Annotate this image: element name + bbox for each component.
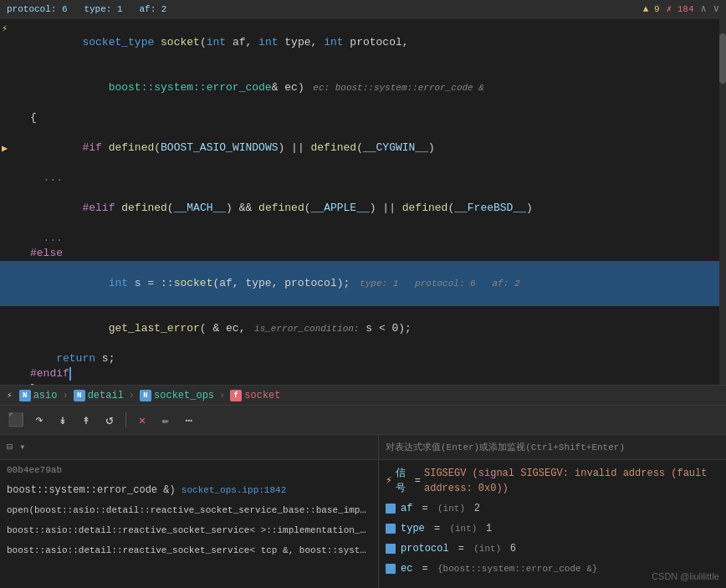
code-line: boost::system::error_code& ec) ec: boost… — [0, 65, 726, 110]
var-equals: = — [416, 561, 434, 576]
toolbar-separator — [125, 412, 126, 427]
call-stack-list: 00b4ee79ab boost::system::error_code &) … — [0, 460, 378, 588]
more-icon: ⋯ — [186, 413, 192, 427]
code-line: return s; — [0, 351, 726, 366]
var-type: (int) — [473, 541, 507, 556]
code-line: { — [0, 110, 726, 125]
code-editor: protocol: 6 type: 1 af: 2 ▲ 9 ✗ 184 ∧ ∨ … — [0, 0, 726, 385]
step-over-button[interactable]: ↷ — [30, 411, 49, 429]
stack-address: 00b4ee79ab — [7, 465, 62, 475]
var-type: {boost::system::error_code &} — [437, 561, 597, 576]
call-stack-header: ⊟ ▾ — [0, 435, 378, 460]
step-out-icon: ↟ — [82, 412, 90, 428]
var-name: 信号 — [396, 466, 412, 496]
step-over-icon: ↷ — [35, 412, 43, 428]
code-line: #endif — [0, 366, 726, 381]
function-params: protocol: 6 type: 1 af: 2 — [7, 4, 166, 14]
stop-button[interactable]: ⬛ — [7, 411, 25, 429]
disconnect-button[interactable]: ✕ — [133, 411, 151, 429]
var-icon — [386, 544, 396, 554]
var-name: ec — [401, 561, 412, 576]
dropdown-arrow[interactable]: ▾ — [19, 441, 25, 453]
stack-file: socket_ops.ipp:1842 — [182, 485, 286, 495]
breadcrumb-item-asio[interactable]: N asio — [19, 390, 58, 401]
edit-icon: ✏ — [162, 413, 169, 427]
breadcrumb-separator: › — [62, 390, 68, 401]
code-line: #if defined(BOOST_ASIO_WINDOWS) || defin… — [0, 125, 726, 171]
var-type: (int) — [437, 501, 471, 516]
more-button[interactable]: ⋯ — [180, 411, 198, 429]
breadcrumb-item-socket[interactable]: f socket — [230, 390, 280, 401]
gutter-icon: ⚡ — [7, 390, 13, 401]
var-equals: = — [416, 501, 434, 516]
bottom-panel: ⊟ ▾ 00b4ee79ab boost::system::error_code… — [0, 435, 726, 588]
breadcrumb-item-detail[interactable]: N detail — [74, 390, 124, 401]
variable-item-af: af = (int) 2 — [379, 499, 726, 519]
file-icon: f — [230, 390, 242, 401]
scrollbar-thumb[interactable] — [719, 33, 726, 84]
stack-label: boost::asio::detail::reactive_socket_ser… — [7, 545, 378, 556]
code-header: protocol: 6 type: 1 af: 2 ▲ 9 ✗ 184 ∧ ∨ — [0, 0, 726, 18]
step-out-button[interactable]: ↟ — [77, 411, 95, 429]
code-line: ... — [0, 231, 726, 246]
restart-icon: ↺ — [105, 412, 114, 428]
var-value: SIGSEGV (signal SIGSEGV: invalid address… — [424, 466, 719, 496]
code-line: ... — [0, 171, 726, 186]
variables-header: 对表达式求值(Enter)或添加监视(Ctrl+Shift+Enter) — [379, 435, 726, 460]
disconnect-icon: ✕ — [139, 413, 146, 427]
variable-item-protocol: protocol = (int) 6 — [379, 539, 726, 559]
code-line: socket_type socket(int af, int type, int… — [0, 20, 726, 65]
var-equals: = — [428, 521, 447, 536]
breadcrumb-item-socket-ops[interactable]: N socket_ops — [140, 390, 214, 401]
collapse-icon[interactable]: ∨ — [713, 3, 719, 15]
var-icon — [386, 564, 396, 574]
var-value: 6 — [510, 541, 516, 556]
stack-item[interactable]: boost::system::error_code &) socket_ops.… — [0, 480, 378, 500]
variables-list: ⚡ 信号 = SIGSEGV (signal SIGSEGV: invalid … — [379, 460, 726, 582]
var-value: 2 — [474, 501, 480, 516]
debug-toolbar: ⬛ ↷ ↡ ↟ ↺ ✕ ✏ ⋯ — [0, 405, 726, 435]
stop-icon: ⬛ — [8, 412, 24, 428]
restart-button[interactable]: ↺ — [100, 411, 119, 429]
var-type: (int) — [449, 521, 483, 536]
breadcrumb-label: asio — [33, 390, 58, 401]
edit-button[interactable]: ✏ — [156, 411, 175, 429]
filter-icon: ⊟ — [7, 441, 13, 453]
gutter-warning: ⚡ — [2, 23, 8, 35]
stack-item[interactable]: boost::asio::detail::reactive_socket_ser… — [0, 520, 378, 540]
var-value: 1 — [486, 521, 492, 536]
call-stack-panel: ⊟ ▾ 00b4ee79ab boost::system::error_code… — [0, 435, 379, 588]
breadcrumb-separator: › — [219, 390, 225, 401]
scrollbar[interactable] — [719, 0, 726, 385]
stack-label: boost::asio::detail::reactive_socket_ser… — [7, 524, 378, 536]
code-line: #elif defined(__MACH__) && defined(__APP… — [0, 186, 726, 231]
variables-panel: 对表达式求值(Enter)或添加监视(Ctrl+Shift+Enter) ⚡ 信… — [379, 435, 726, 588]
watermark: CSDN @liulilittle — [652, 571, 719, 581]
namespace-icon: N — [74, 390, 85, 401]
namespace-icon: N — [19, 390, 31, 401]
variable-item-signal: ⚡ 信号 = SIGSEGV (signal SIGSEGV: invalid … — [379, 463, 726, 499]
stack-item[interactable]: open(boost::asio::detail::reactive_socke… — [0, 500, 378, 520]
code-line: } — [0, 381, 726, 385]
highlighted-code-line: int s = ::socket(af, type, protocol); ty… — [0, 261, 726, 306]
step-into-icon: ↡ — [59, 412, 67, 428]
step-into-button[interactable]: ↡ — [54, 411, 72, 429]
expand-icon[interactable]: ∧ — [701, 3, 707, 15]
stack-label: open(boost::asio::detail::reactive_socke… — [7, 504, 378, 516]
var-equals: = — [415, 473, 421, 488]
var-icon — [386, 504, 396, 514]
debug-arrow: ▶ — [2, 142, 8, 155]
breadcrumb: ⚡ N asio › N detail › N socket_ops › f s… — [0, 385, 726, 405]
error-indicator: ✗ 184 — [666, 3, 693, 14]
header-left: protocol: 6 type: 1 af: 2 — [7, 4, 166, 14]
namespace-icon: N — [140, 390, 151, 401]
code-content: socket_type socket(int af, int type, int… — [0, 18, 726, 385]
var-icon — [386, 524, 396, 534]
stack-item[interactable]: 00b4ee79ab — [0, 460, 378, 480]
var-name: type — [401, 521, 425, 536]
var-name: protocol — [401, 541, 449, 556]
breadcrumb-label: detail — [88, 390, 124, 401]
header-right: ▲ 9 ✗ 184 ∧ ∨ — [643, 3, 719, 15]
stack-item[interactable]: boost::asio::detail::reactive_socket_ser… — [0, 540, 378, 560]
variable-item-type: type = (int) 1 — [379, 519, 726, 539]
